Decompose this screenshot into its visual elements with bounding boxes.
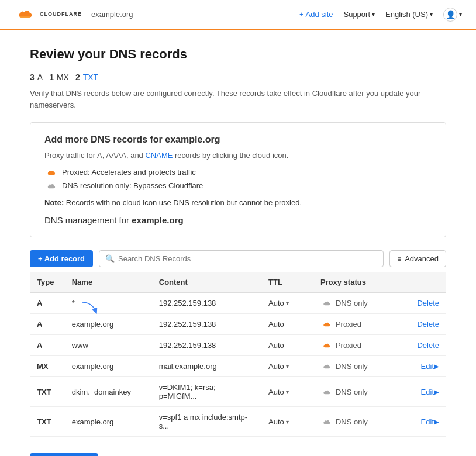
- mx-count: 1: [49, 72, 54, 82]
- table-row: A*192.252.159.138Auto▾DNS onlyDelete: [30, 293, 446, 314]
- cloudflare-cloud-icon: [14, 8, 36, 21]
- cell-name: example.org: [65, 356, 152, 377]
- dns-only-cloud-icon: [320, 388, 332, 396]
- edit-button[interactable]: Edit▶: [421, 388, 439, 396]
- col-content-header: Content: [152, 272, 261, 293]
- gray-cloud-icon: [44, 182, 57, 190]
- cloudflare-wordmark: CLOUDFLARE: [40, 12, 82, 17]
- info-box-title: Add more DNS records for example.org: [44, 134, 432, 145]
- cname-link: CNAME: [145, 151, 173, 160]
- cell-ttl: Auto: [261, 314, 313, 335]
- delete-button[interactable]: Delete: [417, 341, 439, 350]
- txt-label: TXT: [83, 72, 98, 82]
- support-caret-icon: ▾: [372, 11, 375, 18]
- cell-type: A: [30, 314, 65, 335]
- cell-action[interactable]: Edit▶: [405, 407, 446, 437]
- table-row: MXexample.orgmail.example.orgAuto▾DNS on…: [30, 356, 446, 377]
- delete-button[interactable]: Delete: [417, 299, 439, 308]
- language-menu[interactable]: English (US) ▾: [385, 10, 433, 19]
- add-record-button[interactable]: + Add record: [30, 250, 93, 267]
- continue-button[interactable]: Continue: [30, 453, 98, 456]
- cell-action[interactable]: Edit▶: [405, 377, 446, 407]
- cell-ttl: Auto▾: [261, 407, 313, 437]
- cell-name: dkim._domainkey: [65, 377, 152, 407]
- cell-name: example.org: [65, 407, 152, 437]
- dns-only-cloud-icon: [320, 362, 332, 370]
- search-box: 🔍: [99, 250, 384, 267]
- main-content: Review your DNS records 3 A 1 MX 2 TXT V…: [16, 30, 460, 456]
- txt-count: 2: [75, 72, 80, 82]
- dns-info-box: Add more DNS records for example.org Pro…: [30, 122, 446, 237]
- col-ttl-header: TTL: [261, 272, 313, 293]
- add-site-button[interactable]: + Add site: [299, 10, 333, 19]
- cell-content: v=DKIM1; k=rsa; p=MIGfM...: [152, 377, 261, 407]
- top-nav: CLOUDFLARE example.org + Add site Suppor…: [0, 0, 476, 30]
- cell-proxy: DNS only: [313, 356, 405, 377]
- table-row: Awww192.252.159.138AutoProxiedDelete: [30, 335, 446, 356]
- cell-type: TXT: [30, 407, 65, 437]
- col-type-header: Type: [30, 272, 65, 293]
- col-action-header: [405, 272, 446, 293]
- cell-name: www: [65, 335, 152, 356]
- edit-button[interactable]: Edit▶: [421, 417, 439, 426]
- a-count: 3: [30, 72, 35, 82]
- cell-type: TXT: [30, 377, 65, 407]
- proxied-cloud-icon: [320, 341, 332, 349]
- dns-mgmt-title: DNS management for example.org: [44, 215, 432, 225]
- col-proxy-header: Proxy status: [313, 272, 405, 293]
- cell-name: *: [65, 293, 152, 314]
- cell-name: example.org: [65, 314, 152, 335]
- table-row: TXTexample.orgv=spf1 a mx include:smtp-s…: [30, 407, 446, 437]
- cell-proxy: DNS only: [313, 377, 405, 407]
- note-text: Note: Records with no cloud icon use DNS…: [44, 198, 432, 207]
- cell-type: A: [30, 293, 65, 314]
- dns-only-label: DNS resolution only: Bypasses Cloudflare: [62, 181, 203, 190]
- edit-caret-icon: ▶: [434, 363, 439, 369]
- filter-lines-icon: ≡: [397, 255, 401, 263]
- search-icon: 🔍: [105, 254, 115, 263]
- lang-caret-icon: ▾: [430, 11, 433, 18]
- edit-caret-icon: ▶: [434, 389, 439, 395]
- cell-action[interactable]: Delete: [405, 293, 446, 314]
- user-caret-icon: ▾: [459, 11, 462, 18]
- edit-button[interactable]: Edit▶: [421, 362, 439, 371]
- dns-table: Type Name Content TTL Proxy status A*192…: [30, 272, 446, 437]
- cell-type: MX: [30, 356, 65, 377]
- page-title: Review your DNS records: [30, 47, 446, 62]
- ttl-caret-icon: ▾: [286, 363, 289, 369]
- toolbar: + Add record 🔍 ≡ Advanced: [30, 250, 446, 267]
- edit-caret-icon: ▶: [434, 419, 439, 425]
- cell-action[interactable]: Delete: [405, 335, 446, 356]
- record-counts: 3 A 1 MX 2 TXT: [30, 72, 446, 82]
- cell-proxy: DNS only: [313, 293, 405, 314]
- dns-only-info-item: DNS resolution only: Bypasses Cloudflare: [44, 181, 432, 190]
- cell-content: 192.252.159.138: [152, 314, 261, 335]
- cell-ttl: Auto▾: [261, 377, 313, 407]
- table-header: Type Name Content TTL Proxy status: [30, 272, 446, 293]
- info-box-subtitle: Proxy traffic for A, AAAA, and CNAME rec…: [44, 151, 432, 160]
- table-body: A*192.252.159.138Auto▾DNS onlyDeleteAexa…: [30, 293, 446, 437]
- cell-action[interactable]: Edit▶: [405, 356, 446, 377]
- ttl-caret-icon: ▾: [286, 419, 289, 425]
- mx-label: MX: [57, 72, 69, 82]
- cell-proxy: DNS only: [313, 407, 405, 437]
- dns-only-cloud-icon: [320, 299, 332, 307]
- cell-ttl: Auto▾: [261, 293, 313, 314]
- advanced-button[interactable]: ≡ Advanced: [389, 250, 446, 267]
- cell-action[interactable]: Delete: [405, 314, 446, 335]
- svg-point-0: [20, 16, 31, 18]
- support-menu[interactable]: Support ▾: [343, 10, 375, 19]
- proxied-cloud-icon: [320, 320, 332, 328]
- cell-content: 192.252.159.138: [152, 293, 261, 314]
- cell-type: A: [30, 335, 65, 356]
- current-domain: example.org: [91, 10, 133, 19]
- cell-content: mail.example.org: [152, 356, 261, 377]
- cell-content: v=spf1 a mx include:smtp-s...: [152, 407, 261, 437]
- search-input[interactable]: [118, 254, 377, 263]
- delete-button[interactable]: Delete: [417, 320, 439, 329]
- user-menu[interactable]: 👤 ▾: [443, 8, 462, 22]
- proxied-label: Proxied: Accelerates and protects traffi…: [62, 168, 196, 177]
- cell-ttl: Auto▾: [261, 356, 313, 377]
- table-row: Aexample.org192.252.159.138AutoProxiedDe…: [30, 314, 446, 335]
- cell-proxy: Proxied: [313, 335, 405, 356]
